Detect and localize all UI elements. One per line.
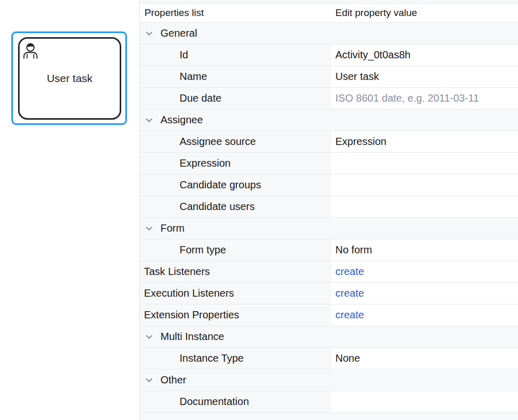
property-label: Due date: [140, 88, 331, 109]
section-row-assignee[interactable]: Assignee: [140, 109, 518, 131]
property-row-candidate-groups: Candidate groups: [140, 174, 518, 196]
id-value-input[interactable]: Activity_0t0as8h: [331, 44, 518, 66]
property-label: Extension Properties: [140, 304, 331, 326]
due-date-value-input[interactable]: ISO 8601 date, e.g. 2011-03-11: [331, 88, 518, 109]
property-label: Task Listeners: [140, 261, 331, 282]
create-extension-property-link[interactable]: create: [335, 309, 364, 321]
property-label: Candidate groups: [140, 174, 331, 196]
property-label: Form type: [140, 239, 331, 261]
chevron-down-icon: [145, 378, 153, 383]
section-row-other[interactable]: Other: [140, 369, 518, 391]
scrolled-row-sliver: [140, 0, 518, 4]
section-row-form[interactable]: Form: [140, 218, 518, 239]
property-row-extension-properties: Extension Properties create: [140, 304, 518, 326]
next-row-sliver: [140, 413, 518, 420]
assignee-source-select[interactable]: Expression: [331, 131, 518, 152]
property-row-name: Name User task: [140, 66, 518, 88]
expression-value-input[interactable]: [331, 153, 518, 174]
property-label: Assignee source: [140, 131, 331, 152]
user-icon: [21, 40, 40, 59]
property-label: Name: [140, 66, 331, 87]
property-label: Execution Listeners: [140, 283, 331, 304]
create-execution-listener-link[interactable]: create: [335, 287, 364, 299]
section-row-general[interactable]: General: [140, 23, 518, 44]
property-label: Candidate users: [140, 196, 331, 217]
property-label: Expression: [140, 153, 331, 174]
section-row-multi-instance[interactable]: Multi Instance: [140, 326, 518, 348]
create-task-listener-link[interactable]: create: [335, 266, 364, 278]
instance-type-select[interactable]: None: [331, 348, 518, 369]
property-row-documentation: Documentation: [140, 391, 518, 413]
section-title: Form: [160, 222, 185, 234]
form-type-select[interactable]: No form: [331, 239, 518, 261]
properties-panel: Properties list Edit property value Gene…: [139, 0, 518, 420]
section-title: Assignee: [160, 114, 203, 126]
property-label: Id: [140, 44, 331, 66]
execution-listeners-value: create: [331, 283, 518, 304]
property-row-assignee-source: Assignee source Expression: [140, 131, 518, 153]
property-row-candidate-users: Candidate users: [140, 196, 518, 218]
properties-list-header: Properties list: [140, 7, 331, 19]
task-listeners-value: create: [331, 261, 518, 282]
property-row-form-type: Form type No form: [140, 239, 518, 261]
property-label: Documentation: [140, 391, 331, 412]
section-title: General: [160, 27, 197, 39]
property-row-id: Id Activity_0t0as8h: [140, 44, 518, 66]
property-row-task-listeners: Task Listeners create: [140, 261, 518, 283]
chevron-down-icon: [145, 334, 153, 340]
property-row-due-date: Due date ISO 8601 date, e.g. 2011-03-11: [140, 88, 518, 109]
name-value-input[interactable]: User task: [331, 66, 518, 87]
extension-properties-value: create: [331, 304, 518, 326]
chevron-down-icon: [145, 226, 153, 231]
chevron-down-icon: [145, 31, 153, 36]
section-title: Multi Instance: [160, 331, 224, 343]
candidate-groups-value-input[interactable]: [331, 174, 518, 196]
property-row-instance-type: Instance Type None: [140, 348, 518, 369]
bpmn-canvas[interactable]: User task: [0, 0, 139, 420]
section-title: Other: [160, 374, 186, 386]
property-row-expression: Expression: [140, 153, 518, 174]
documentation-value-input[interactable]: [331, 391, 518, 412]
candidate-users-value-input[interactable]: [331, 196, 518, 217]
panel-header: Properties list Edit property value: [140, 4, 518, 23]
edit-property-value-header: Edit property value: [331, 7, 518, 19]
user-task-label: User task: [47, 72, 93, 85]
property-row-execution-listeners: Execution Listeners create: [140, 283, 518, 304]
property-label: Instance Type: [140, 348, 331, 369]
chevron-down-icon: [145, 118, 153, 123]
